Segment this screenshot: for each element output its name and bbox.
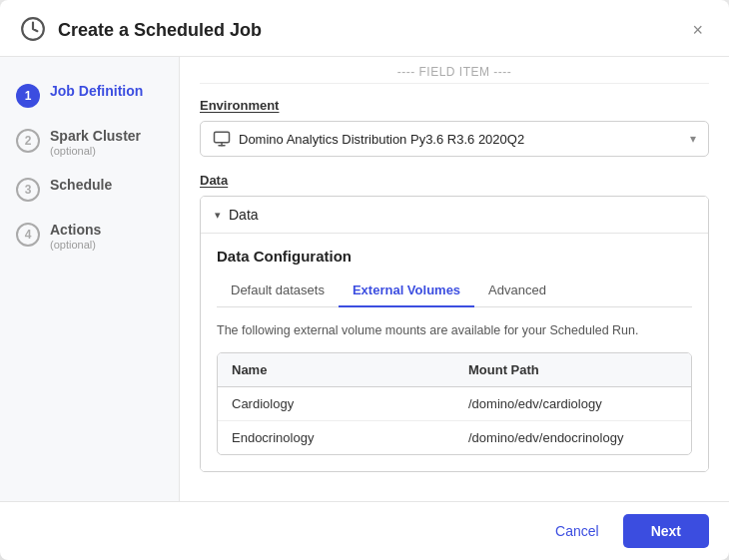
sidebar-item-actions[interactable]: 4 Actions (optional)	[0, 212, 179, 261]
step-badge-2: 2	[16, 129, 40, 153]
tab-advanced[interactable]: Advanced	[474, 277, 560, 307]
sidebar-item-schedule[interactable]: 3 Schedule	[0, 167, 179, 212]
step1-text: Job Definition	[50, 83, 143, 99]
main-content: ---- FIELD ITEM ---- Environment Domino …	[180, 57, 729, 501]
step3-label: Schedule	[50, 177, 112, 193]
table-cell-name-0: Cardiology	[218, 387, 454, 420]
data-collapsible-header[interactable]: ▾ Data	[201, 197, 708, 233]
table-row: Endocrinology /domino/edv/endocrinology	[218, 421, 691, 454]
data-label: Data	[200, 173, 709, 188]
tab-external-volumes[interactable]: External Volumes	[339, 277, 474, 307]
create-scheduled-job-modal: Create a Scheduled Job × 1 Job Definitio…	[0, 0, 729, 560]
step2-text: Spark Cluster (optional)	[50, 128, 141, 157]
data-config: Data Configuration Default datasets Exte…	[201, 233, 708, 471]
modal-body: 1 Job Definition 2 Spark Cluster (option…	[0, 57, 729, 501]
table-cell-mount-0: /domino/edv/cardiology	[454, 387, 691, 420]
step3-text: Schedule	[50, 177, 112, 193]
modal-header: Create a Scheduled Job ×	[0, 0, 729, 57]
step-badge-4: 4	[16, 223, 40, 247]
table-row: Cardiology /domino/edv/cardiology	[218, 387, 691, 421]
environment-dropdown[interactable]: Domino Analytics Distribution Py3.6 R3.6…	[200, 121, 709, 157]
sidebar: 1 Job Definition 2 Spark Cluster (option…	[0, 57, 180, 501]
data-config-tabs: Default datasets External Volumes Advanc…	[217, 277, 692, 307]
step-badge-1: 1	[16, 84, 40, 108]
table-header-name: Name	[218, 353, 454, 386]
clock-icon	[20, 16, 48, 44]
environment-icon	[213, 130, 231, 148]
step4-sublabel: (optional)	[50, 239, 101, 251]
step4-text: Actions (optional)	[50, 222, 101, 251]
environment-value: Domino Analytics Distribution Py3.6 R3.6…	[239, 132, 682, 147]
data-collapsible: ▾ Data Data Configuration Default datase…	[200, 196, 709, 472]
table-header-mount-path: Mount Path	[454, 353, 691, 386]
next-button[interactable]: Next	[623, 514, 709, 548]
step4-label: Actions	[50, 222, 101, 238]
table-cell-mount-1: /domino/edv/endocrinology	[454, 421, 691, 454]
close-button[interactable]: ×	[686, 18, 709, 43]
volumes-table: Name Mount Path Cardiology /domino/edv/c…	[217, 352, 692, 455]
table-cell-name-1: Endocrinology	[218, 421, 454, 454]
svg-rect-1	[215, 132, 230, 143]
cancel-button[interactable]: Cancel	[541, 515, 613, 547]
chevron-down-icon: ▾	[215, 209, 221, 222]
top-hint: ---- FIELD ITEM ----	[200, 57, 709, 84]
step2-sublabel: (optional)	[50, 145, 141, 157]
data-config-title: Data Configuration	[217, 248, 692, 265]
chevron-down-icon: ▾	[690, 132, 696, 146]
tab-default-datasets[interactable]: Default datasets	[217, 277, 339, 307]
step-badge-3: 3	[16, 178, 40, 202]
step2-label: Spark Cluster	[50, 128, 141, 144]
modal-footer: Cancel Next	[0, 501, 729, 560]
sidebar-item-spark-cluster[interactable]: 2 Spark Cluster (optional)	[0, 118, 179, 167]
environment-label: Environment	[200, 98, 709, 113]
step1-label: Job Definition	[50, 83, 143, 99]
data-collapsible-label: Data	[229, 207, 259, 223]
tab-description: The following external volume mounts are…	[217, 321, 692, 340]
sidebar-item-job-definition[interactable]: 1 Job Definition	[0, 73, 179, 118]
modal-title: Create a Scheduled Job	[58, 20, 686, 41]
table-header-row: Name Mount Path	[218, 353, 691, 387]
